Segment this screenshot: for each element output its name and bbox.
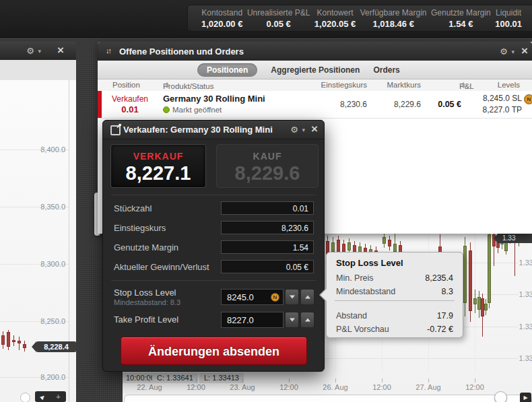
stat-kontostand: Kontostand1,020.00 € — [201, 8, 242, 29]
time-axis-label: 12:00 — [465, 383, 484, 391]
trading-app: 1.33 1.33 1.33 1.33 1.33 10:00:00 C: 1.3… — [0, 0, 532, 402]
stop-loss-input[interactable]: 8245.0 N — [221, 289, 284, 305]
time-axis-label: 22. Aug — [137, 383, 162, 391]
axis-tick — [289, 378, 290, 382]
guaranteed-stop-badge-icon: N — [524, 94, 532, 104]
column-einstiegskurs[interactable]: Einstiegskurs — [321, 81, 367, 89]
axis-tick — [335, 378, 336, 382]
divider — [111, 195, 316, 195]
product-cell: Germany 30 Rolling Mini Markt geöffnet — [163, 94, 265, 114]
chart-tools: ▶ + — [35, 391, 66, 402]
position-side: Verkaufen0.01 — [103, 94, 157, 114]
take-profit-increment-button[interactable] — [300, 312, 314, 328]
market-status: Markt geöffnet — [163, 106, 265, 114]
stop-loss-min-distance: Mindestabstand: 8.3 — [114, 298, 180, 306]
tooltip-title: Stop Loss Level — [336, 258, 403, 268]
time-axis-label: 27. Aug — [415, 383, 440, 391]
edit-position-dialog: Verkaufen: Germany 30 Rolling Mini ⚙ ▾ ×… — [102, 120, 325, 372]
pnl-value: 0.05 € — [438, 100, 461, 109]
guaranteed-stop-badge-icon: N — [271, 293, 279, 302]
chevron-down-icon[interactable]: ▾ — [511, 48, 514, 55]
product-name: Germany 30 Rolling Mini — [163, 94, 265, 104]
popout-icon[interactable] — [110, 125, 121, 135]
column-position[interactable]: Position — [112, 81, 140, 89]
tooltip-label: Min. Preis — [336, 273, 374, 283]
tab-positionen[interactable]: Positionen — [197, 63, 257, 77]
positions-panel-header[interactable]: ↓↑ Offene Positionen und Orders ⚙ ▾ × — [98, 42, 532, 61]
stueckzahl-value: 0.01 — [221, 201, 314, 215]
current-price-tag: 8,228.4 — [36, 341, 76, 352]
axis-tick — [242, 378, 243, 382]
buy-label: KAUF — [217, 151, 318, 162]
tooltip-value: 8.3 — [442, 287, 453, 296]
gear-icon[interactable]: ⚙ — [500, 46, 508, 57]
stop-loss-decrement-button[interactable] — [285, 289, 299, 305]
dialog-header[interactable]: Verkaufen: Germany 30 Rolling Mini ⚙ ▾ × — [103, 121, 324, 139]
cursor-tool-icon[interactable]: ▶ — [39, 393, 46, 401]
gear-icon[interactable]: ⚙ — [26, 46, 34, 56]
take-profit-decrement-button[interactable] — [285, 312, 299, 328]
position-size: 0.01 — [103, 104, 157, 114]
sell-label: VERKAUF — [111, 151, 205, 162]
axis-tick — [382, 378, 383, 382]
table-header: Position Produkt/Status Einstiegskurs Ma… — [98, 79, 532, 92]
tooltip-label: Abstand — [336, 311, 367, 321]
column-levels[interactable]: Levels — [498, 81, 520, 89]
genutzte-margin-value: 1.54 — [221, 240, 314, 254]
stop-loss-tooltip: Stop Loss Level Min. Preis 8,235.4 Minde… — [326, 252, 463, 338]
time-axis-label: 26. Aug — [323, 383, 347, 391]
tooltip-value: 8,235.4 — [425, 273, 453, 283]
tooltip-value: 17.9 — [437, 311, 453, 321]
chevron-down-icon[interactable]: ▾ — [38, 48, 41, 55]
drag-handle[interactable] — [20, 393, 30, 402]
chart-horizontal-scrollbar[interactable] — [124, 395, 532, 402]
sort-icon — [165, 82, 169, 88]
einstiegskurs-value: 8,230.6 — [221, 221, 314, 234]
take-profit-input[interactable]: 8227.0 — [221, 312, 284, 328]
price-axis-label: 1.33 — [519, 259, 532, 267]
buy-price-button[interactable]: KAUF 8,229.6 — [216, 144, 319, 188]
close-icon[interactable]: × — [311, 125, 318, 134]
top-bar: Kontostand1,020.00 € Unrealisierte P&L0.… — [0, 0, 532, 38]
sell-price-button[interactable]: VERKAUF 8,227.1 — [110, 144, 206, 188]
time-axis-label: 12:00 — [372, 383, 391, 391]
submit-changes-button[interactable]: Änderungen absenden — [121, 337, 307, 365]
position-row[interactable]: Verkaufen0.01 Germany 30 Rolling Mini Ma… — [98, 91, 532, 119]
axis-tick — [196, 378, 197, 382]
field-label: Aktueller Gewinn/Verlust — [114, 262, 209, 272]
sell-price: 8,227.1 — [111, 164, 205, 183]
tab-aggregierte-positionen[interactable]: Aggregierte Positionen — [271, 65, 360, 75]
left-panel-toolbar — [0, 60, 76, 81]
left-chart-area[interactable]: 8,400.0 8,350.0 8,300.0 8,250.0 8,200.0 … — [0, 80, 76, 402]
sort-icon — [461, 82, 465, 88]
stat-unrealisierte-pnl: Unrealisierte P&L0.05 € — [247, 8, 310, 29]
candlestick-series — [0, 80, 76, 402]
chevron-down-icon[interactable]: ▾ — [302, 127, 305, 133]
time-axis-label: 12:00 — [279, 383, 298, 391]
market-open-icon — [163, 106, 170, 113]
current-price-tag: 1.33 — [498, 233, 532, 243]
stat-kontowert: Kontowert1,020.05 € — [314, 8, 356, 29]
dialog-title: Verkaufen: Germany 30 Rolling Mini — [123, 125, 273, 135]
tooltip-label: P&L Vorschau — [336, 325, 389, 334]
positions-tab-bar: Positionen Aggregierte Positionen Orders — [98, 61, 532, 79]
price-axis-label: 1.33 — [519, 354, 532, 362]
column-marktkurs[interactable]: Marktkurs — [387, 81, 421, 89]
close-value-chip: C: 1.33641 — [152, 373, 198, 383]
stop-loss-increment-button[interactable] — [300, 289, 314, 305]
buy-price: 8,229.6 — [217, 164, 318, 183]
axis-tick — [475, 378, 475, 382]
axis-tick — [428, 378, 429, 382]
scrollbar-handle[interactable] — [494, 391, 507, 402]
account-stats-bar: Kontostand1,020.00 € Unrealisierte P&L0.… — [187, 5, 532, 32]
scroll-to-latest-button[interactable]: ▶ — [520, 393, 531, 402]
crosshair-tool-icon[interactable]: + — [56, 393, 60, 401]
stop-loss-label: Stop Loss Level — [114, 288, 176, 298]
price-axis-label: 1.33 — [519, 290, 532, 298]
stat-liquiditaet: Liquidit100.01 — [495, 8, 522, 29]
divider — [111, 280, 316, 281]
tab-orders[interactable]: Orders — [373, 65, 399, 75]
gear-icon[interactable]: ⚙ — [290, 125, 298, 135]
close-icon[interactable]: × — [57, 46, 64, 55]
close-icon[interactable]: × — [521, 46, 528, 56]
